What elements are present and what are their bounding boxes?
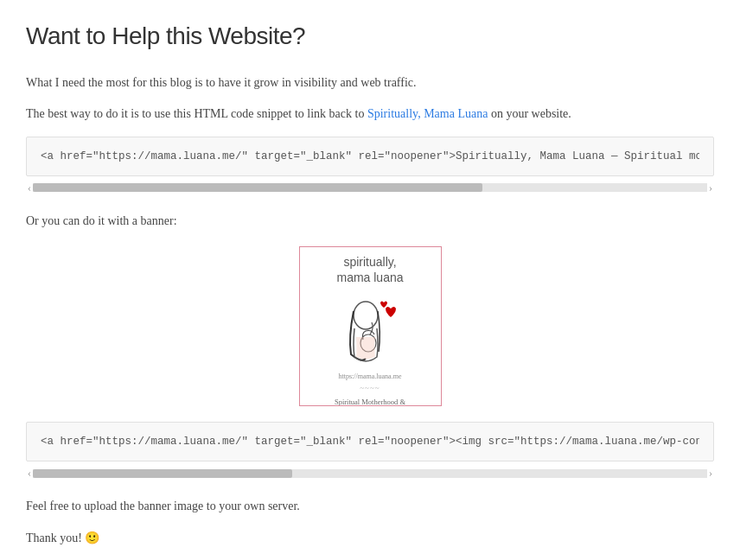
scroll-left-arrow-1[interactable]: ‹ [26, 180, 33, 196]
paragraph2-prefix: The best way to do it is to use this HTM… [26, 107, 367, 120]
svg-point-0 [354, 302, 378, 329]
scroll-thumb-1[interactable] [33, 183, 482, 192]
scrollbar-1-wrapper[interactable]: ‹ › [26, 180, 714, 196]
footer-text: Feel free to upload the banner image to … [26, 497, 714, 516]
paragraph2-suffix: on your website. [488, 107, 571, 120]
banner-container: spiritually, mama luana [26, 246, 714, 406]
thank-you: Thank you! 🙂 [26, 529, 714, 548]
banner-image: spiritually, mama luana [299, 246, 442, 406]
scroll-track-1[interactable] [33, 183, 707, 192]
banner-tagline-1: Spiritual Motherhood & [335, 397, 405, 406]
code-box-1: <a href="https://mama.luana.me/" target=… [26, 137, 714, 176]
page-title: Want to Help this Website? [26, 17, 714, 56]
banner-title-text: spiritually, mama luana [336, 254, 403, 285]
paragraph-link-back: The best way to do it is to use this HTM… [26, 105, 714, 124]
code-text-1[interactable]: <a href="https://mama.luana.me/" target=… [41, 148, 699, 165]
mama-luana-link[interactable]: Spiritually, Mama Luana [367, 107, 488, 120]
code-text-2[interactable]: <a href="https://mama.luana.me/" target=… [41, 433, 699, 450]
banner-intro: Or you can do it with a banner: [26, 212, 714, 231]
scroll-thumb-2[interactable] [33, 469, 292, 478]
scroll-track-2[interactable] [33, 469, 707, 478]
code-box-2: <a href="https://mama.luana.me/" target=… [26, 422, 714, 461]
banner-url-text: https://mama.luana.me [339, 372, 402, 383]
scroll-right-arrow-1[interactable]: › [707, 180, 714, 196]
scroll-left-arrow-2[interactable]: ‹ [26, 465, 33, 481]
scroll-right-arrow-2[interactable]: › [707, 465, 714, 481]
scrollbar-2-wrapper[interactable]: ‹ › [26, 465, 714, 481]
banner-illustration [307, 290, 434, 372]
paragraph-visibility: What I need the most for this blog is to… [26, 73, 714, 92]
